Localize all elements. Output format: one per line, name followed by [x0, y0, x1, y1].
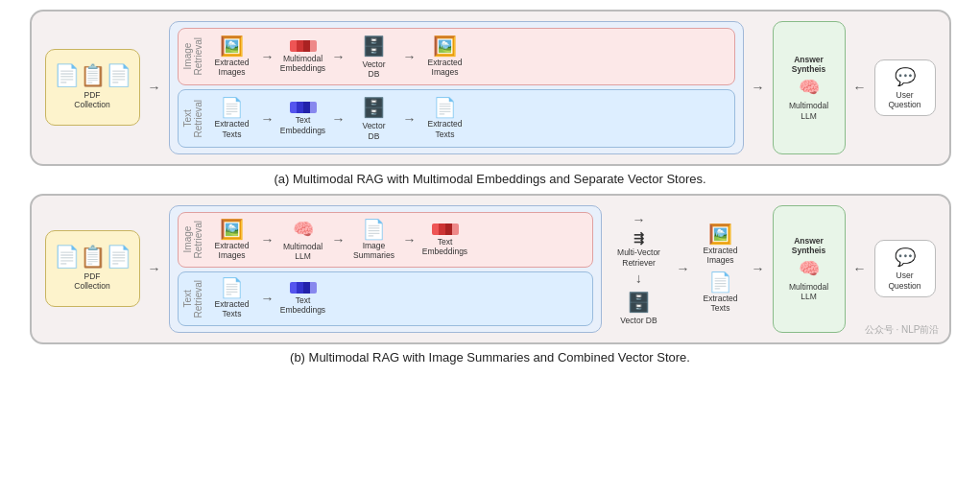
image-retrieval-row-b: Image Retrieval 🖼️ ExtractedImages → 🧠 M… — [178, 212, 593, 268]
multimodal-llm-b: 🧠 MultimodalLLM — [280, 219, 326, 261]
arrow-pdf-b: → — [148, 261, 161, 276]
arrow4b: → — [261, 291, 275, 306]
image-retrieval-label-a: Image Retrieval — [182, 37, 203, 75]
brain-icon-b1: 🧠 — [293, 219, 314, 240]
answer-synthesis-b: AnswerSyntheis 🧠 MultimodalLLM — [773, 205, 846, 333]
arrow2a: → — [332, 49, 346, 64]
db-icon-img-a: 🗄️ — [362, 35, 386, 58]
arrow-user-a: ← — [853, 80, 867, 95]
text-emb-b: TextEmbeddings — [280, 282, 326, 315]
doc-icon-2a: 📄 — [433, 98, 457, 117]
pdf-collection-b: 📄📋📄 PDF Collection — [45, 230, 140, 307]
arrow-mv-db-b: → — [632, 272, 647, 286]
arrow4a: → — [261, 111, 275, 127]
pdf-label-a: PDF Collection — [74, 90, 109, 109]
vector-db-b: 🗄️ Vector DB — [616, 291, 662, 325]
extracted-images-1a: 🖼️ ExtractedImages — [209, 36, 255, 77]
shared-section-b: → ⇶ Multi-VectorRetriever → 🗄️ Vector DB — [610, 212, 669, 325]
image-summaries-b: 📄 ImageSummaries — [351, 220, 397, 260]
retrieval-area-b: Image Retrieval 🖼️ ExtractedImages → 🧠 M… — [169, 205, 602, 333]
answer-label-b: AnswerSyntheis — [792, 236, 825, 255]
docs-icon-a: 📄📋📄 — [54, 65, 131, 86]
vector-db-img-a: 🗄️ VectorDB — [351, 35, 397, 79]
arrow3b: → — [403, 232, 417, 247]
emb-bar-txt-b — [290, 282, 317, 294]
extracted-texts-2a: 📄 ExtractedTexts — [422, 98, 468, 138]
image-retrieval-row-a: Image Retrieval 🖼️ ExtractedImages → Mul… — [178, 28, 735, 85]
answer-synthesis-a: AnswerSyntheis 🧠 MultimodalLLM — [773, 21, 846, 154]
arrow5a: → — [332, 111, 346, 127]
llm-label-a: MultimodalLLM — [789, 101, 828, 120]
extracted-texts-2b: 📄 ExtractedTexts — [698, 272, 744, 313]
pdf-collection-a: 📄📋📄 PDF Collection — [45, 49, 140, 126]
text-retrieval-label-b: Text Retrieval — [182, 280, 203, 318]
arrow-user-b: ← — [853, 261, 867, 276]
chat-icon-a: 💬 — [895, 66, 916, 87]
arrow-to-answer-a: → — [752, 80, 765, 95]
user-label-b: UserQuestion — [888, 271, 920, 290]
arrow-db-right-b: → — [677, 261, 690, 276]
image-icon-2a: 🖼️ — [433, 36, 457, 56]
db-icon-b: 🗄️ — [627, 291, 651, 314]
main-container: 📄📋📄 PDF Collection → Image Retrieval 🖼️ … — [19, 10, 961, 368]
chat-icon-b: 💬 — [895, 247, 916, 268]
arrow1a: → — [261, 49, 275, 64]
doc-icon-1a: 📄 — [220, 98, 244, 117]
extracted-images-1b: 🖼️ ExtractedImages — [209, 220, 255, 260]
user-question-b: 💬 UserQuestion — [874, 240, 936, 296]
emb-bar-text-a — [290, 102, 317, 113]
user-question-a: 💬 UserQuestion — [874, 59, 936, 116]
doc-icon-3b: 📄 — [708, 272, 732, 292]
brain-icon-a: 🧠 — [799, 77, 820, 98]
answer-label-a: AnswerSyntheis — [792, 55, 825, 74]
watermark: 公众号 · NLP前沿 — [865, 323, 940, 337]
emb-bar-a — [290, 40, 317, 52]
brain-icon-b2: 🧠 — [799, 258, 820, 279]
pdf-label-b: PDF Collection — [74, 271, 109, 291]
multimodal-emb-a: MultimodalEmbeddings — [280, 40, 326, 73]
vector-db-txt-a: 🗄️ VectorDB — [351, 96, 397, 140]
diagram-b: 📄📋📄 PDF Collection → Image Retrieval 🖼️ … — [30, 194, 951, 344]
doc-icon-2b: 📄 — [220, 278, 244, 297]
emb-bar-img-b — [432, 223, 459, 235]
text-retrieval-row-b: Text Retrieval 📄 ExtractedTexts → TextEm… — [178, 271, 593, 325]
docs-icon-b: 📄📋📄 — [54, 247, 131, 268]
text-retrieval-row-a: Text Retrieval 📄 ExtractedTexts → TextEm… — [178, 89, 735, 147]
caption-b: (b) Multimodal RAG with Image Summaries … — [290, 350, 690, 365]
arrow3a: → — [403, 49, 417, 64]
extracted-images-2a: 🖼️ ExtractedImages — [422, 36, 468, 77]
image-icon-2b: 🖼️ — [708, 224, 732, 244]
retrieval-area-a: Image Retrieval 🖼️ ExtractedImages → Mul… — [169, 21, 744, 154]
user-label-a: UserQuestion — [888, 90, 920, 109]
text-emb-img-b: TextEmbeddings — [422, 223, 468, 256]
image-icon-1b: 🖼️ — [220, 220, 244, 239]
image-retrieval-label-b: Image Retrieval — [182, 221, 203, 258]
multi-vector-b: ⇶ Multi-VectorRetriever — [610, 231, 669, 267]
arrow-pdf-a: → — [148, 80, 161, 95]
text-retrieval-label-a: Text Retrieval — [182, 100, 203, 137]
doc-icon-b1: 📄 — [362, 220, 386, 239]
diagram-a: 📄📋📄 PDF Collection → Image Retrieval 🖼️ … — [30, 10, 951, 166]
arrow1b: → — [261, 232, 275, 247]
image-icon-1a: 🖼️ — [220, 36, 244, 56]
llm-label-b: MultimodalLLM — [789, 282, 828, 301]
arrow2b: → — [332, 232, 346, 247]
text-emb-a: TextEmbeddings — [280, 102, 326, 134]
extracted-images-2b: 🖼️ ExtractedImages — [698, 224, 744, 265]
caption-a: (a) Multimodal RAG with Multimodal Embed… — [274, 172, 705, 186]
extracted-texts-1a: 📄 ExtractedTexts — [209, 98, 255, 138]
arrow-to-mv-b: → — [633, 212, 646, 227]
arrow6a: → — [403, 111, 417, 127]
db-icon-txt-a: 🗄️ — [362, 96, 386, 119]
right-results-b: 🖼️ ExtractedImages 📄 ExtractedTexts — [698, 224, 744, 314]
extracted-texts-1b: 📄 ExtractedTexts — [209, 278, 255, 318]
arrow-to-answer-b: → — [752, 261, 765, 276]
